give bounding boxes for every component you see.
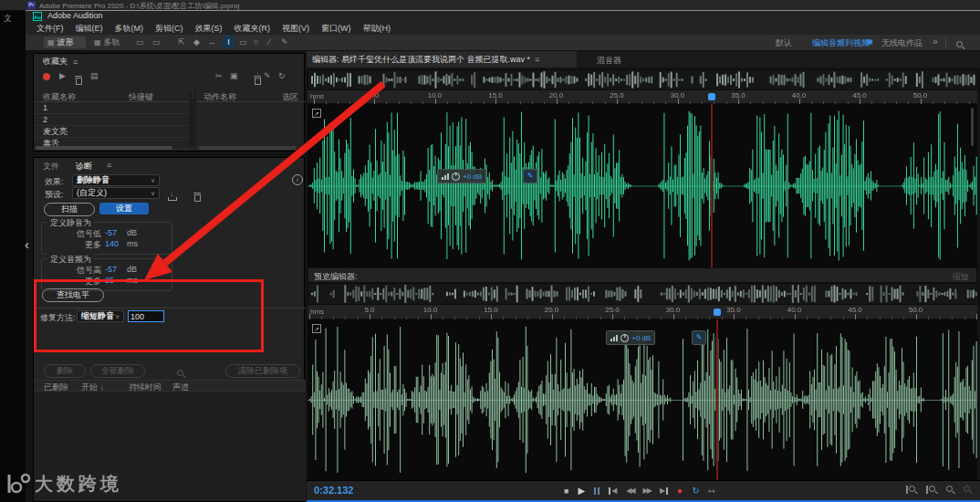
workspace-overflow-icon[interactable]: » (933, 37, 938, 47)
go-to-start-button[interactable]: ◀ (609, 486, 617, 495)
effect-dropdown[interactable]: 删除静音 ∨ (72, 174, 160, 186)
hud-gain-value-2[interactable]: +0 dB (631, 334, 651, 342)
silence-signal-value[interactable]: -57 (105, 228, 117, 237)
loop-button[interactable]: ↻ (692, 486, 699, 496)
save-preset-icon[interactable] (168, 193, 176, 201)
lasso-tool-icon[interactable]: ○ (254, 37, 258, 47)
repair-value-input[interactable] (128, 310, 164, 322)
brush-tool-icon[interactable]: ∕ (268, 37, 270, 47)
multitrack-view-button[interactable]: ▦ 多轨 (90, 37, 129, 48)
hud-pen-button-2[interactable]: ✎ (692, 330, 706, 345)
playhead-handle-bottom[interactable] (714, 309, 721, 316)
waveform-vscrollbar[interactable] (971, 108, 974, 146)
favorites-play-icon[interactable]: ▶ (59, 71, 66, 80)
rewind-button[interactable]: ◀◀ (626, 486, 633, 495)
editor-panel-menu-icon[interactable]: ≡ (535, 55, 539, 64)
hud-volume-2[interactable]: +0 dB (606, 330, 655, 345)
audio-signal-value[interactable]: -57 (105, 265, 117, 274)
favorites-hscrollbar2[interactable] (198, 146, 297, 150)
move-tool-icon[interactable]: ⇱ (178, 37, 185, 47)
favorites-col-action[interactable]: 动作名称 (203, 91, 236, 103)
audition-titlebar[interactable]: Au Adobe Audition (26, 10, 980, 22)
overview-strip-bottom[interactable] (308, 283, 979, 305)
timeline-ruler-top[interactable]: hms 5.010.015.020.025.030.035.040.045.05… (308, 90, 977, 104)
waveform-preview[interactable]: ↗ +0 dB ✎ (308, 319, 977, 480)
favorites-col-selection[interactable]: 选区 (282, 91, 298, 103)
delete-button[interactable]: 删除 (44, 364, 86, 378)
channel-select-icon[interactable]: ↗ (312, 109, 321, 118)
hud-pen-button[interactable]: ✎ (523, 169, 537, 183)
favorites-trash-icon[interactable] (76, 76, 82, 84)
timeline-ruler-bottom[interactable]: hms 5.010.015.020.025.030.035.040.045.05… (308, 305, 977, 319)
spot-heal-tool-icon[interactable]: ✎ (281, 37, 288, 47)
marquee-tool-icon[interactable]: ▭ (239, 37, 247, 47)
show-spectral-icon[interactable]: ▭ (136, 37, 144, 47)
repair-method-dropdown[interactable]: 缩短静音 ∨ (77, 310, 124, 322)
skip-selection-button[interactable]: ↦ (709, 486, 716, 496)
hud-knob-icon[interactable] (452, 173, 460, 181)
menu-item-2[interactable]: 多轨(M) (115, 23, 144, 35)
favorites-splitter[interactable]: ⋮ (189, 91, 196, 146)
favorites-copy-icon[interactable]: ▣ (230, 71, 238, 80)
zoom-in-point-button[interactable] (906, 486, 918, 495)
time-display[interactable]: 0:32.132 (314, 485, 353, 496)
preset-dropdown[interactable]: (自定义) ∨ (72, 187, 160, 199)
time-selection-tool-icon[interactable]: I (223, 36, 235, 48)
workspace-default[interactable]: 默认 (776, 37, 792, 49)
favorites-row-2[interactable]: 麦文亮 (34, 126, 189, 138)
menu-item-7[interactable]: 窗口(W) (321, 23, 351, 35)
heal-tool-icon[interactable]: ◆ (193, 37, 200, 47)
search-icon[interactable] (956, 41, 965, 50)
favorites-scissors-icon[interactable]: ✂ (215, 71, 223, 80)
info-icon[interactable]: i (292, 174, 303, 185)
menu-item-3[interactable]: 剪辑(C) (155, 23, 183, 35)
pause-button[interactable] (594, 487, 599, 495)
favorites-row-0[interactable]: 1 (34, 102, 189, 114)
channel-select-icon-2[interactable]: ↗ (312, 324, 321, 333)
favorites-row-1[interactable]: 2 (34, 114, 189, 126)
hud-gain-value[interactable]: +0 dB (463, 173, 482, 181)
workspace-active[interactable]: 编辑音频到视频 (812, 37, 870, 49)
workspace-radio[interactable]: 无线电作品 (881, 37, 923, 49)
hud-volume[interactable]: +0 dB (437, 169, 486, 183)
menu-item-1[interactable]: 编辑(E) (76, 23, 103, 35)
go-to-end-button[interactable]: ▶ (660, 486, 668, 495)
stop-button[interactable]: ■ (564, 486, 568, 496)
waveform-main[interactable]: ↗ +0 dB ✎ (308, 104, 977, 267)
silence-time-value[interactable]: 140 (105, 239, 119, 248)
zoom-out-point-button[interactable] (926, 486, 938, 495)
results-search-icon[interactable] (177, 370, 186, 379)
clear-deleted-button[interactable]: 清除已删除项 (225, 364, 300, 378)
menu-item-0[interactable]: 文件(F) (36, 23, 64, 35)
hud-knob-icon-2[interactable] (620, 334, 629, 342)
show-pitch-icon[interactable]: ▭ (152, 37, 161, 47)
favorites-list-icon[interactable]: ▤ (90, 71, 99, 80)
scan-button[interactable]: 扫描 (44, 203, 95, 216)
overview-strip-top[interactable] (308, 69, 979, 90)
waveform-view-button[interactable]: ▦ 波形 (44, 37, 86, 48)
tab-file[interactable]: 文件 (43, 161, 59, 173)
record-button[interactable]: ● (677, 486, 683, 496)
delete-preset-icon[interactable] (194, 193, 201, 201)
audio-time-value[interactable]: 25 (105, 276, 114, 285)
menu-item-8[interactable]: 帮助(H) (363, 23, 391, 35)
delete-all-button[interactable]: 全部删除 (90, 364, 145, 378)
favorites-panel-menu-icon[interactable]: ≡ (73, 58, 78, 67)
zoom-out-button[interactable] (964, 486, 973, 495)
panel-collapse-icon[interactable]: ‹ (25, 237, 29, 252)
editor-tab[interactable]: 编辑器: 易烊千玺凭什么是顶流要我说两个 音频已提取.wav * ≡ (307, 51, 577, 68)
fast-forward-button[interactable]: ▶▶ (643, 486, 651, 495)
menu-item-6[interactable]: 视图(V) (282, 23, 309, 35)
favorites-hscrollbar[interactable] (36, 146, 172, 150)
play-button[interactable]: ▶ (578, 486, 585, 496)
favorites-loop-icon[interactable]: ↻ (278, 71, 286, 80)
menu-item-5[interactable]: 收藏夹(R) (235, 23, 271, 35)
settings-button[interactable]: 设置 (99, 203, 149, 214)
favorites-pencil-icon[interactable]: ✎ (264, 71, 271, 80)
menu-item-4[interactable]: 效果(S) (195, 23, 223, 35)
favorites-record-icon[interactable] (43, 73, 50, 80)
mixer-tab[interactable]: 混音器 (597, 55, 621, 67)
find-levels-button[interactable]: 查找电平 (42, 288, 104, 302)
slip-tool-icon[interactable]: ↔ (208, 37, 216, 47)
playhead-handle-top[interactable] (708, 93, 715, 100)
